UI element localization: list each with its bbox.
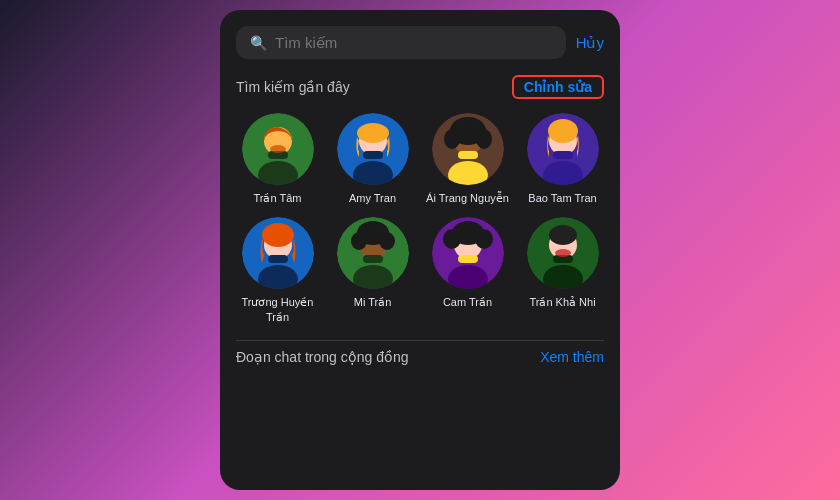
svg-rect-17 <box>458 151 478 159</box>
search-icon: 🔍 <box>250 35 267 51</box>
svg-point-32 <box>351 232 367 250</box>
avatar <box>432 217 504 289</box>
phone-container: 🔍 Hủy Tìm kiếm gần đây Chỉnh sửa <box>220 10 620 490</box>
svg-point-16 <box>476 129 492 149</box>
svg-rect-22 <box>553 151 573 159</box>
svg-rect-27 <box>268 255 288 263</box>
search-bar: 🔍 <box>236 26 566 59</box>
avatar <box>242 217 314 289</box>
section-header: Tìm kiếm gần đây Chỉnh sửa <box>236 75 604 99</box>
avatar <box>337 217 409 289</box>
contact-name: Trần Tâm <box>254 191 302 205</box>
svg-rect-10 <box>363 151 383 159</box>
list-item[interactable]: Mi Trần <box>331 217 414 324</box>
list-item[interactable]: Trần Tâm <box>236 113 319 205</box>
list-item[interactable]: Bao Tam Tran <box>521 113 604 205</box>
svg-point-15 <box>444 129 460 149</box>
cancel-button[interactable]: Hủy <box>576 34 604 52</box>
recent-searches-title: Tìm kiếm gần đây <box>236 79 350 95</box>
svg-point-5 <box>270 145 286 153</box>
avatar <box>242 113 314 185</box>
list-item[interactable]: Amy Tran <box>331 113 414 205</box>
svg-point-9 <box>357 123 389 143</box>
community-row: Đoạn chat trong cộng đồng Xem thêm <box>236 340 604 365</box>
contact-name: Cam Trần <box>443 295 492 309</box>
svg-rect-41 <box>458 255 478 263</box>
list-item[interactable]: Trần Khả Nhi <box>521 217 604 324</box>
svg-point-45 <box>549 225 577 245</box>
avatar <box>527 113 599 185</box>
contact-name: Mi Trần <box>354 295 392 309</box>
svg-point-33 <box>379 232 395 250</box>
svg-point-26 <box>262 223 294 247</box>
contact-name: Ái Trang Nguyễn <box>426 191 509 205</box>
svg-point-40 <box>475 229 493 249</box>
community-label: Đoạn chat trong cộng đồng <box>236 349 409 365</box>
edit-button[interactable]: Chỉnh sửa <box>512 75 604 99</box>
avatar <box>527 217 599 289</box>
contact-name: Bao Tam Tran <box>528 191 596 205</box>
see-more-button[interactable]: Xem thêm <box>540 349 604 365</box>
avatar <box>337 113 409 185</box>
contacts-grid: Trần Tâm Amy Tran <box>236 113 604 324</box>
list-item[interactable]: Cam Trần <box>426 217 509 324</box>
search-bar-row: 🔍 Hủy <box>236 26 604 59</box>
list-item[interactable]: Trương Huyền Trần <box>236 217 319 324</box>
contact-name: Trương Huyền Trần <box>236 295 319 324</box>
list-item[interactable]: Ái Trang Nguyễn <box>426 113 509 205</box>
svg-point-39 <box>443 229 461 249</box>
contact-name: Amy Tran <box>349 191 396 205</box>
svg-rect-34 <box>363 255 383 263</box>
svg-point-47 <box>555 249 571 257</box>
contact-name: Trần Khả Nhi <box>529 295 595 309</box>
svg-point-21 <box>548 119 578 143</box>
avatar <box>432 113 504 185</box>
search-input[interactable] <box>275 34 552 51</box>
